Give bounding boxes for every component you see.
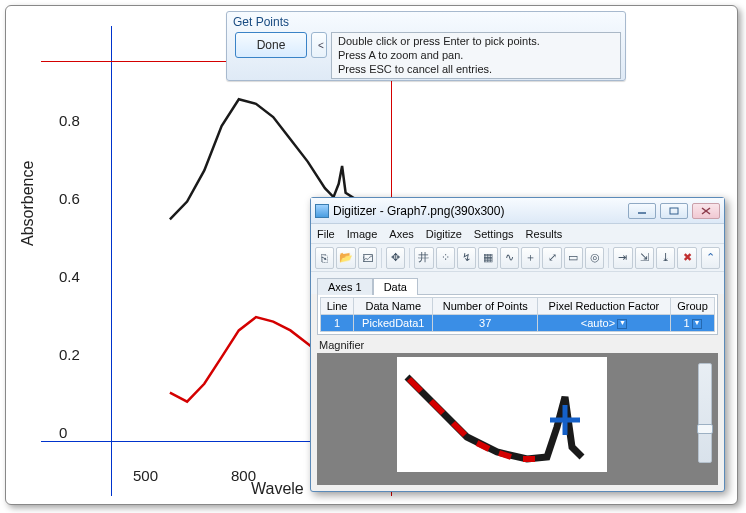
menu-settings[interactable]: Settings — [474, 228, 514, 240]
table-row[interactable]: 1 PickedData1 37 <auto> 1 — [321, 315, 715, 332]
menubar: File Image Axes Digitize Settings Result… — [311, 224, 724, 244]
minimize-button[interactable] — [628, 203, 656, 219]
xtick-0: 500 — [133, 467, 158, 484]
ytick-2: 0.4 — [59, 268, 80, 285]
ytick-3: 0.6 — [59, 190, 80, 207]
ytick-0: 0 — [59, 424, 67, 441]
cell-line[interactable]: 1 — [321, 315, 354, 332]
svg-line-6 — [453, 423, 465, 435]
done-button[interactable]: Done — [235, 32, 307, 58]
magnifier-panel — [317, 353, 718, 485]
tool-addpt-icon[interactable]: ＋ — [521, 247, 540, 269]
tool-export-icon[interactable]: ⇥ — [613, 247, 632, 269]
tool-exportp-icon[interactable]: ⤓ — [656, 247, 675, 269]
menu-results[interactable]: Results — [526, 228, 563, 240]
cell-numpts[interactable]: 37 — [433, 315, 537, 332]
tool-scale-icon[interactable]: ⤢ — [542, 247, 561, 269]
cell-dataname[interactable]: PickedData1 — [354, 315, 433, 332]
hint-line-3: Press ESC to cancel all entries. — [338, 63, 614, 77]
xtick-1: 800 — [231, 467, 256, 484]
tool-delete-icon[interactable]: ✖ — [677, 247, 696, 269]
tab-data[interactable]: Data — [373, 278, 418, 295]
table-header: Line Data Name Number of Points Pixel Re… — [321, 298, 715, 315]
digitizer-window: Digitizer - Graph7.png(390x300) File Ima… — [310, 197, 725, 492]
col-group[interactable]: Group — [670, 298, 714, 315]
menu-image[interactable]: Image — [347, 228, 378, 240]
x-axis-label: Wavele — [251, 480, 304, 498]
col-numpts[interactable]: Number of Points — [433, 298, 537, 315]
tool-open-icon[interactable]: 📂 — [336, 247, 355, 269]
window-title: Digitizer - Graph7.png(390x300) — [333, 204, 624, 218]
tool-chart-icon[interactable]: 🗠 — [358, 247, 377, 269]
y-axis-label: Absorbence — [19, 161, 37, 246]
svg-line-4 — [409, 379, 421, 391]
zoom-thumb[interactable] — [697, 424, 713, 434]
tool-target-icon[interactable]: ◎ — [585, 247, 604, 269]
data-grid: Line Data Name Number of Points Pixel Re… — [317, 294, 718, 335]
titlebar[interactable]: Digitizer - Graph7.png(390x300) — [311, 198, 724, 224]
get-points-popover: Get Points Done < Double click or press … — [226, 11, 626, 81]
ytick-1: 0.2 — [59, 346, 80, 363]
magnifier-label: Magnifier — [311, 335, 724, 351]
svg-line-8 — [499, 453, 511, 457]
cell-group[interactable]: 1 — [670, 315, 714, 332]
prf-dropdown-icon[interactable] — [617, 319, 627, 329]
magnifier-view[interactable] — [397, 357, 607, 472]
maximize-button[interactable] — [660, 203, 688, 219]
menu-file[interactable]: File — [317, 228, 335, 240]
close-button[interactable] — [692, 203, 720, 219]
tool-rect-icon[interactable]: ▭ — [564, 247, 583, 269]
menu-axes[interactable]: Axes — [389, 228, 413, 240]
tab-axes1[interactable]: Axes 1 — [317, 278, 373, 295]
tool-grid-icon[interactable]: 井 — [414, 247, 433, 269]
tool-collapse-icon[interactable]: ⌃ — [701, 247, 720, 269]
zoom-slider[interactable] — [698, 363, 712, 463]
get-points-title: Get Points — [227, 12, 625, 32]
cell-prf[interactable]: <auto> — [537, 315, 670, 332]
menu-digitize[interactable]: Digitize — [426, 228, 462, 240]
toolbar: ⎘ 📂 🗠 ✥ 井 ⁘ ↯ ▦ ∿ ＋ ⤢ ▭ ◎ ⇥ ⇲ ⤓ ✖ ⌃ — [311, 244, 724, 272]
tool-trace-icon[interactable]: ∿ — [500, 247, 519, 269]
ytick-4: 0.8 — [59, 112, 80, 129]
tool-pickpts-icon[interactable]: ⁘ — [436, 247, 455, 269]
col-prf[interactable]: Pixel Reduction Factor — [537, 298, 670, 315]
hint-line-2: Press A to zoom and pan. — [338, 49, 614, 63]
col-dataname[interactable]: Data Name — [354, 298, 433, 315]
app-icon — [315, 204, 329, 218]
group-dropdown-icon[interactable] — [692, 319, 702, 329]
get-points-hint: Double click or press Enter to pick poin… — [331, 32, 621, 79]
collapse-button[interactable]: < — [311, 32, 327, 58]
svg-line-5 — [431, 401, 443, 413]
stage: Absorbence Wavele 0 0.2 0.4 0.6 0.8 500 … — [5, 5, 738, 505]
hint-line-1: Double click or press Enter to pick poin… — [338, 35, 614, 49]
tabstrip: Axes 1 Data — [311, 272, 724, 294]
tool-area-icon[interactable]: ▦ — [478, 247, 497, 269]
col-line[interactable]: Line — [321, 298, 354, 315]
tool-import-icon[interactable]: ⎘ — [315, 247, 334, 269]
tool-autoline-icon[interactable]: ↯ — [457, 247, 476, 269]
svg-rect-1 — [670, 208, 678, 214]
tool-export2-icon[interactable]: ⇲ — [635, 247, 654, 269]
tool-move-icon[interactable]: ✥ — [386, 247, 405, 269]
